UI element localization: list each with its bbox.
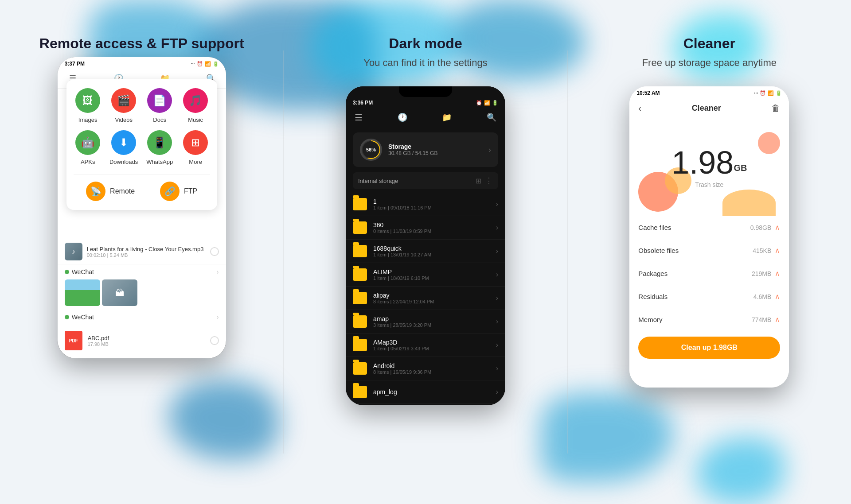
trash-unit: GB xyxy=(734,163,747,173)
storage-percent: 56% xyxy=(363,141,379,158)
folder-name-1: 1 xyxy=(373,198,490,205)
dots-icon[interactable]: ⋮ xyxy=(485,176,493,186)
cleaner-item-memory[interactable]: Memory 774MB ∧ xyxy=(638,308,780,331)
videos-icon: 🎬 xyxy=(111,88,136,113)
videos-label: Videos xyxy=(115,116,133,123)
folder-item-1[interactable]: 1 1 item | 09/10/18 11:16 PM › xyxy=(346,193,505,216)
quick-item-music[interactable]: 🎵 Music xyxy=(181,88,210,123)
folder-item-5[interactable]: alipay 8 items | 22/04/19 12:04 PM › xyxy=(346,287,505,310)
music-file-name: I eat Plants for a living - Close Your E… xyxy=(87,246,206,252)
back-icon[interactable]: ‹ xyxy=(638,103,641,113)
dark-hamburger-icon[interactable]: ☰ xyxy=(355,112,363,123)
whatsapp-icon: 📱 xyxy=(147,130,172,155)
folder-name-8: Android xyxy=(373,362,490,369)
internal-text: Internal storage xyxy=(358,178,398,184)
quick-item-more[interactable]: ⊞ More xyxy=(181,130,210,165)
trash-bin-icon[interactable]: 🗑 xyxy=(771,103,780,113)
folder-icon-1 xyxy=(353,198,367,210)
folder-chevron-1: › xyxy=(496,200,498,208)
memory-label: Memory xyxy=(638,316,662,323)
quick-item-docs[interactable]: 📄 Docs xyxy=(145,88,174,123)
music-file-meta: 00:02:10 | 5.24 MB xyxy=(87,252,206,258)
folder-item-4[interactable]: ALIMP 1 item | 18/03/19 6:10 PM › xyxy=(346,263,505,287)
chevron-right-1[interactable]: › xyxy=(216,268,219,276)
residuals-chevron: ∧ xyxy=(775,292,780,301)
storage-card[interactable]: 56% Storage 30.48 GB / 54.15 GB › xyxy=(353,132,498,167)
music-label: Music xyxy=(188,116,203,123)
quick-item-downloads[interactable]: ⬇ Downloads xyxy=(109,130,138,165)
music-file-item[interactable]: ♪ I eat Plants for a living - Close Your… xyxy=(58,239,226,264)
phone-2-screen: 3:36 PM ⏰ 📶 🔋 ☰ 🕐 📁 🔍 xyxy=(346,86,505,405)
phone-1-screen: 3:37 PM ··· ⏰ 📶 🔋 ☰ 🕐 📁 🔍 xyxy=(58,57,226,358)
grid-icon[interactable]: ⊞ xyxy=(476,177,481,185)
cleaner-item-cache[interactable]: Cache files 0.98GB ∧ xyxy=(638,216,780,239)
wechat-label-1: WeChat xyxy=(72,268,94,275)
quick-item-apks[interactable]: 🤖 APKs xyxy=(74,130,102,165)
cleaner-list: Cache files 0.98GB ∧ Obsolete files 415K… xyxy=(629,216,789,331)
folder-chevron-6: › xyxy=(496,318,498,326)
folder-details-4: ALIMP 1 item | 18/03/19 6:10 PM xyxy=(373,268,490,281)
phone-3-screen: 10:52 AM ··· ⏰ 📶 🔋 ‹ Cleaner 🗑 xyxy=(629,86,789,388)
apks-label: APKs xyxy=(81,159,95,165)
dark-folder-icon[interactable]: 📁 xyxy=(442,112,452,122)
section-1-title: Remote access & FTP support xyxy=(39,35,244,52)
whatsapp-label: WhatsApp xyxy=(146,159,173,165)
ftp-item[interactable]: 🔗 FTP xyxy=(160,182,197,201)
folder-chevron-2: › xyxy=(496,224,498,232)
clean-up-button[interactable]: Clean up 1.98GB xyxy=(638,337,780,359)
cleaner-item-packages[interactable]: Packages 219MB ∧ xyxy=(638,262,780,285)
wechat-header-2: WeChat › xyxy=(65,313,219,321)
bubble-4 xyxy=(722,190,776,216)
folder-meta-3: 1 item | 13/01/19 10:27 AM xyxy=(373,252,490,257)
folder-name-4: ALIMP xyxy=(373,268,490,275)
cleaner-item-residuals[interactable]: Residuals 4.6MB ∧ xyxy=(638,285,780,308)
section-2-title: Dark mode xyxy=(389,35,462,52)
folder-item-6[interactable]: amap 3 items | 28/05/19 3:20 PM › xyxy=(346,310,505,333)
folder-meta-6: 3 items | 28/05/19 3:20 PM xyxy=(373,322,490,328)
remote-item[interactable]: 📡 Remote xyxy=(86,182,135,201)
folder-meta-7: 1 item | 05/02/19 3:43 PM xyxy=(373,346,490,351)
pdf-select-circle[interactable] xyxy=(210,336,219,345)
storage-circle: 56% xyxy=(360,139,382,161)
phone-2-frame: 3:36 PM ⏰ 📶 🔋 ☰ 🕐 📁 🔍 xyxy=(346,86,505,405)
dark-search-icon[interactable]: 🔍 xyxy=(487,112,496,122)
folder-item-3[interactable]: 1688quick 1 item | 13/01/19 10:27 AM › xyxy=(346,240,505,263)
cleaner-header: ‹ Cleaner 🗑 xyxy=(629,98,789,119)
quick-item-images[interactable]: 🖼 Images xyxy=(74,88,102,123)
chevron-right-2[interactable]: › xyxy=(216,313,219,321)
placeholder-image: 🏔 xyxy=(102,279,137,306)
cleaner-item-obsolete[interactable]: Obsolete files 415KB ∧ xyxy=(638,239,780,262)
storage-chevron[interactable]: › xyxy=(488,145,491,155)
folder-chevron-8: › xyxy=(496,364,498,372)
docs-label: Docs xyxy=(153,116,166,123)
select-circle[interactable] xyxy=(210,247,219,256)
folder-item-7[interactable]: AMap3D 1 item | 05/02/19 3:43 PM › xyxy=(346,333,505,357)
dark-nav-bar: ☰ 🕐 📁 🔍 xyxy=(346,108,505,127)
folder-chevron-4: › xyxy=(496,271,498,279)
images-label: Images xyxy=(78,116,98,123)
pdf-icon: PDF xyxy=(65,331,82,350)
folder-item-8[interactable]: Android 8 items | 16/05/19 9:36 PM › xyxy=(346,357,505,380)
dark-clock-icon[interactable]: 🕐 xyxy=(398,112,407,122)
status-icons-2: ⏰ 📶 🔋 xyxy=(476,100,498,106)
quick-item-videos[interactable]: 🎬 Videos xyxy=(109,88,138,123)
phone-3-frame: 10:52 AM ··· ⏰ 📶 🔋 ‹ Cleaner 🗑 xyxy=(629,86,789,388)
folder-item-9[interactable]: apm_log › xyxy=(346,380,505,404)
pdf-file-item[interactable]: PDF ABC.pdf 17.98 MB xyxy=(58,326,226,355)
status-bar-1: 3:37 PM ··· ⏰ 📶 🔋 xyxy=(58,57,226,69)
folder-item-2[interactable]: 360 0 items | 11/03/19 8:59 PM › xyxy=(346,216,505,240)
cache-files-right: 0.98GB ∧ xyxy=(750,223,780,232)
cleaner-visual: 1.98GB Trash size xyxy=(629,119,789,216)
wechat-header-1: WeChat › xyxy=(65,268,219,276)
folder-details-3: 1688quick 1 item | 13/01/19 10:27 AM xyxy=(373,245,490,257)
cache-files-label: Cache files xyxy=(638,224,671,231)
quick-item-whatsapp[interactable]: 📱 WhatsApp xyxy=(145,130,174,165)
music-file-info: I eat Plants for a living - Close Your E… xyxy=(87,246,206,258)
packages-chevron: ∧ xyxy=(775,269,780,278)
section-dark-mode: Dark mode You can find it in the setting… xyxy=(284,0,567,504)
folder-details-1: 1 1 item | 09/10/18 11:16 PM xyxy=(373,198,490,210)
internal-storage-bar[interactable]: Internal storage ⊞ ⋮ xyxy=(353,172,498,189)
folder-list: 1 1 item | 09/10/18 11:16 PM › 360 0 ite… xyxy=(346,193,505,404)
storage-title: Storage xyxy=(388,143,482,150)
obsolete-files-size: 415KB xyxy=(753,247,771,254)
